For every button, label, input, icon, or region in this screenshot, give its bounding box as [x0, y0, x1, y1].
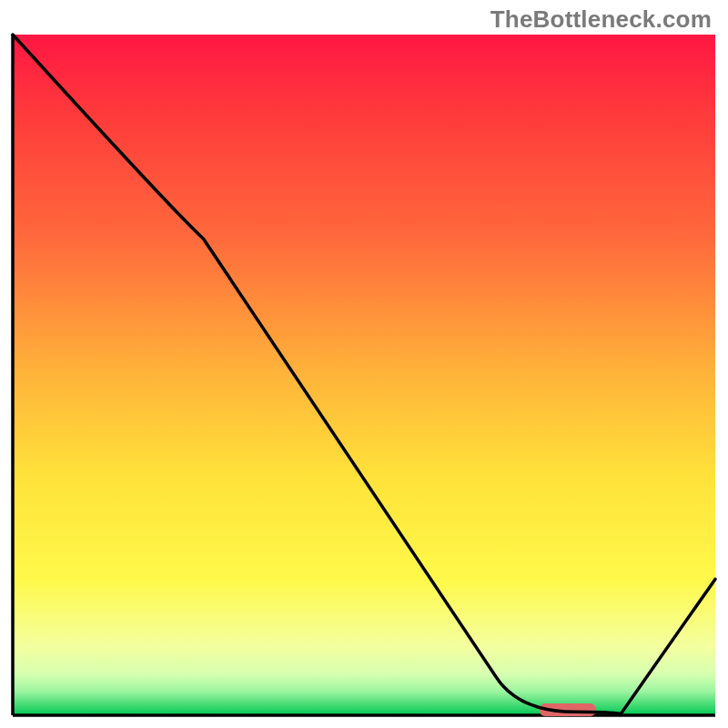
plot-background — [13, 35, 715, 715]
bottleneck-chart — [0, 0, 728, 728]
watermark-text: TheBottleneck.com — [490, 5, 712, 34]
chart-container: TheBottleneck.com — [0, 0, 728, 728]
